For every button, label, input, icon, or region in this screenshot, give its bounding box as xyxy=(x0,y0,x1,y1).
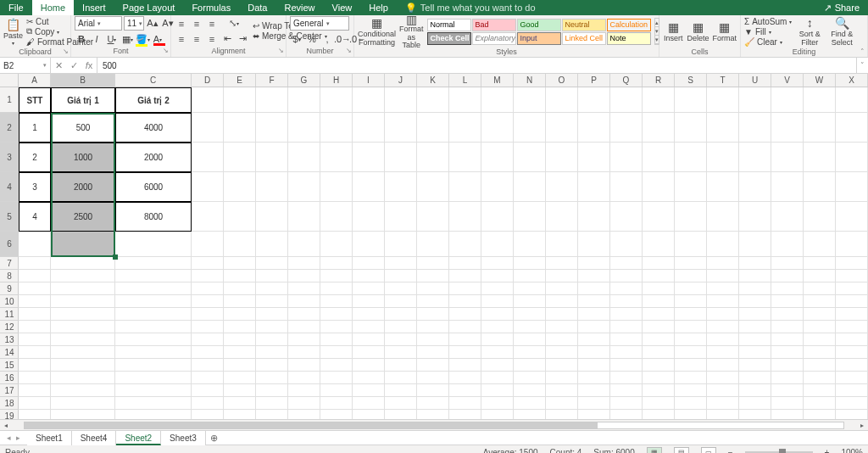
bold-button[interactable]: B xyxy=(75,32,88,46)
cell-styles-gallery[interactable]: NormalBadGoodNeutralCalculationCheck Cel… xyxy=(427,19,651,45)
col-header-A[interactable]: A xyxy=(19,74,51,87)
cell-T16[interactable] xyxy=(707,372,739,384)
zoom-level[interactable]: 100% xyxy=(841,448,863,453)
cell-N16[interactable] xyxy=(514,372,546,384)
cell-U8[interactable] xyxy=(739,270,771,282)
cell-W4[interactable] xyxy=(804,172,836,202)
col-header-W[interactable]: W xyxy=(804,74,836,87)
cell-N15[interactable] xyxy=(514,359,546,372)
cell-O18[interactable] xyxy=(546,397,578,410)
fx-button[interactable]: fx xyxy=(81,60,97,70)
font-color-button[interactable]: A▾ xyxy=(151,32,164,46)
cell-W14[interactable] xyxy=(804,346,836,359)
cell-G13[interactable] xyxy=(288,333,320,346)
cell-P17[interactable] xyxy=(578,384,610,397)
cell-F5[interactable] xyxy=(256,202,288,232)
cell-W13[interactable] xyxy=(804,333,836,346)
col-header-V[interactable]: V xyxy=(771,74,804,87)
align-top-button[interactable]: ≡ xyxy=(175,17,188,31)
page-break-view-button[interactable]: ▭ xyxy=(701,447,716,454)
cell-B6[interactable] xyxy=(51,232,115,257)
row-header-18[interactable]: 18 xyxy=(0,397,19,410)
comma-format-button[interactable]: , xyxy=(320,32,334,46)
sheet-tab-sheet1[interactable]: Sheet1 xyxy=(27,431,72,445)
tab-file[interactable]: File xyxy=(0,0,32,15)
cell-U6[interactable] xyxy=(739,232,771,257)
cell-W19[interactable] xyxy=(804,410,836,419)
cell-L15[interactable] xyxy=(449,359,481,372)
col-header-G[interactable]: G xyxy=(288,74,320,87)
row-header-12[interactable]: 12 xyxy=(0,321,19,333)
cell-H15[interactable] xyxy=(320,359,353,372)
cell-O10[interactable] xyxy=(546,295,578,308)
cell-W18[interactable] xyxy=(804,397,836,410)
cell-A6[interactable] xyxy=(19,232,51,257)
cell-L3[interactable] xyxy=(449,143,481,172)
cell-J4[interactable] xyxy=(385,172,417,202)
row-header-17[interactable]: 17 xyxy=(0,384,19,397)
cell-B9[interactable] xyxy=(51,282,115,295)
cell-M4[interactable] xyxy=(481,172,514,202)
cell-W12[interactable] xyxy=(804,321,836,333)
format-as-table-button[interactable]: ▥Format as Table xyxy=(399,16,424,47)
fill-color-button[interactable]: 🪣▾ xyxy=(136,32,149,46)
cell-F7[interactable] xyxy=(256,257,288,270)
cell-Q14[interactable] xyxy=(610,346,643,359)
cell-U3[interactable] xyxy=(739,143,771,172)
normal-view-button[interactable]: ▦ xyxy=(647,447,662,454)
cell-O13[interactable] xyxy=(546,333,578,346)
cell-U9[interactable] xyxy=(739,282,771,295)
cell-R11[interactable] xyxy=(643,308,675,321)
cell-M16[interactable] xyxy=(481,372,514,384)
cell-U18[interactable] xyxy=(739,397,771,410)
cell-K14[interactable] xyxy=(417,346,449,359)
cell-R8[interactable] xyxy=(643,270,675,282)
row-header-15[interactable]: 15 xyxy=(0,359,19,372)
row-header-2[interactable]: 2 xyxy=(0,113,19,143)
grow-font-button[interactable]: A▴ xyxy=(146,17,159,31)
cell-G2[interactable] xyxy=(288,113,320,143)
cell-U10[interactable] xyxy=(739,295,771,308)
cell-O7[interactable] xyxy=(546,257,578,270)
cell-K6[interactable] xyxy=(417,232,449,257)
cell-P5[interactable] xyxy=(578,202,610,232)
cell-Q2[interactable] xyxy=(610,113,643,143)
cell-W15[interactable] xyxy=(804,359,836,372)
horizontal-scrollbar[interactable]: ◂ ▸ xyxy=(0,419,868,430)
cell-J12[interactable] xyxy=(385,321,417,333)
page-layout-view-button[interactable]: ▤ xyxy=(674,447,689,454)
cell-V16[interactable] xyxy=(771,372,804,384)
col-header-P[interactable]: P xyxy=(578,74,610,87)
cell-A5[interactable]: 4 xyxy=(19,202,51,232)
cell-D8[interactable] xyxy=(192,270,224,282)
cell-X5[interactable] xyxy=(836,202,868,232)
cell-Q5[interactable] xyxy=(610,202,643,232)
cell-J14[interactable] xyxy=(385,346,417,359)
cell-O1[interactable] xyxy=(546,87,578,113)
cell-N3[interactable] xyxy=(514,143,546,172)
row-header-10[interactable]: 10 xyxy=(0,295,19,308)
cell-T17[interactable] xyxy=(707,384,739,397)
find-select-button[interactable]: 🔍Find & Select xyxy=(827,16,856,47)
cell-S1[interactable] xyxy=(675,87,707,113)
cell-A9[interactable] xyxy=(19,282,51,295)
col-header-U[interactable]: U xyxy=(739,74,771,87)
cell-R4[interactable] xyxy=(643,172,675,202)
cell-G9[interactable] xyxy=(288,282,320,295)
cell-B14[interactable] xyxy=(51,346,115,359)
cell-P2[interactable] xyxy=(578,113,610,143)
cell-V15[interactable] xyxy=(771,359,804,372)
cell-H18[interactable] xyxy=(320,397,353,410)
cell-R5[interactable] xyxy=(643,202,675,232)
cell-D10[interactable] xyxy=(192,295,224,308)
cell-M10[interactable] xyxy=(481,295,514,308)
cell-L8[interactable] xyxy=(449,270,481,282)
tab-view[interactable]: View xyxy=(324,0,361,15)
cell-C18[interactable] xyxy=(115,397,192,410)
cell-G6[interactable] xyxy=(288,232,320,257)
cell-W17[interactable] xyxy=(804,384,836,397)
cell-J16[interactable] xyxy=(385,372,417,384)
cell-D14[interactable] xyxy=(192,346,224,359)
cell-H9[interactable] xyxy=(320,282,353,295)
cell-B12[interactable] xyxy=(51,321,115,333)
